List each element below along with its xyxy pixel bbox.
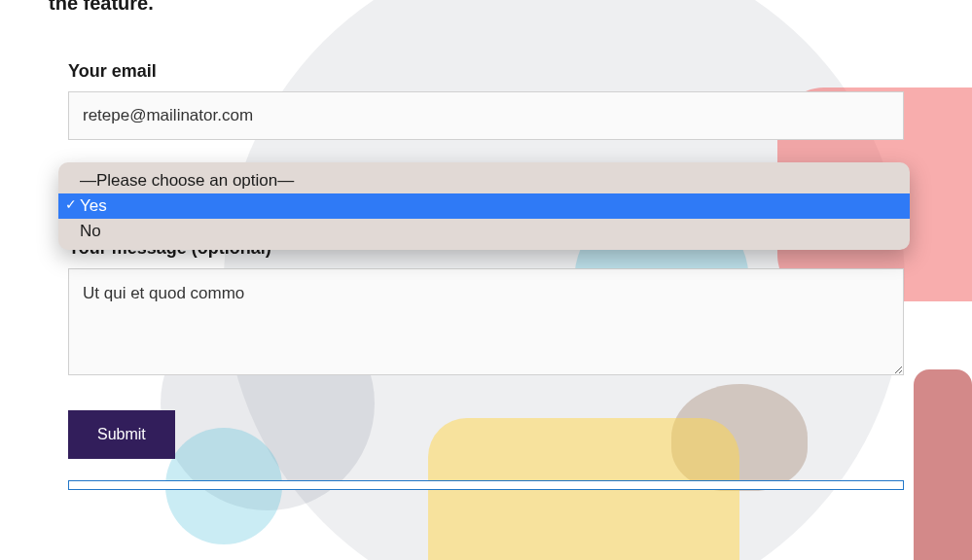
dropdown-option-placeholder[interactable]: —Please choose an option— bbox=[58, 168, 910, 193]
select-dropdown[interactable]: —Please choose an option— ✓ Yes No bbox=[58, 162, 910, 250]
message-textarea[interactable] bbox=[68, 268, 904, 375]
email-field-group: Your email bbox=[68, 61, 904, 140]
check-icon: ✓ bbox=[65, 196, 77, 212]
truncated-heading: the feature. bbox=[49, 0, 904, 15]
message-field-group: Your message (optional) bbox=[68, 238, 904, 379]
email-input[interactable] bbox=[68, 91, 904, 140]
submit-button[interactable]: Submit bbox=[68, 410, 175, 459]
response-output-bar bbox=[68, 480, 904, 490]
email-label: Your email bbox=[68, 61, 904, 82]
dropdown-option-yes[interactable]: ✓ Yes bbox=[58, 193, 910, 219]
dropdown-option-yes-label: Yes bbox=[80, 196, 107, 215]
dropdown-option-no[interactable]: No bbox=[58, 219, 910, 244]
